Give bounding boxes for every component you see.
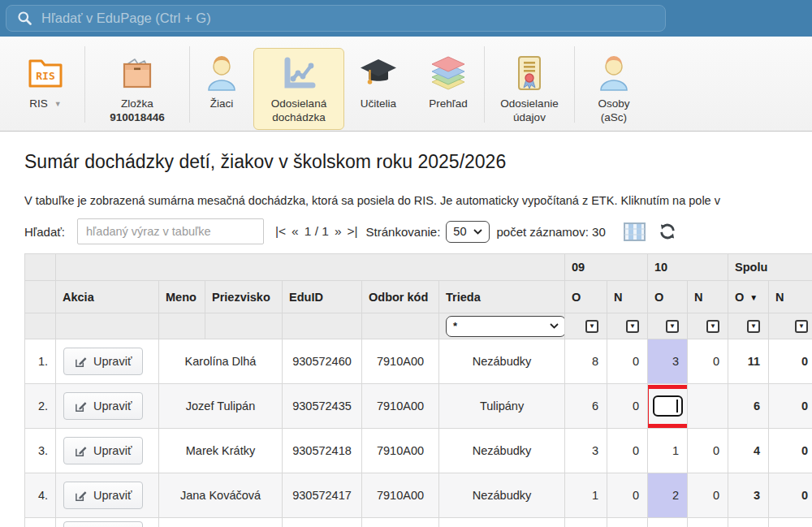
edit-button[interactable]: Upraviť — [63, 392, 143, 420]
toolbar-item-osoby-asc[interactable]: Osoby (aSc) — [575, 48, 653, 130]
attendance-cell-10-o[interactable]: 2 — [648, 473, 688, 518]
column-header-spolu-o[interactable]: O▼ — [728, 281, 769, 313]
toolbar-item-prehlad[interactable]: Prehľad — [412, 48, 484, 116]
header-corner — [25, 254, 56, 281]
column-header-eduid[interactable]: EduID — [283, 281, 362, 313]
toolbar-label-asc: (aSc) — [601, 110, 627, 124]
toolbar-item-odosielanie-udajov[interactable]: Odosielanie údajov — [485, 48, 574, 130]
total-cell-o[interactable]: 3 — [728, 473, 769, 518]
column-header-odbor[interactable]: Odbor kód — [362, 281, 439, 313]
toolbar-item-ziaci[interactable]: Žiaci — [190, 48, 253, 116]
class-filter-select[interactable]: * — [446, 316, 565, 337]
toolbar-label-udajov: údajov — [513, 110, 546, 124]
toolbar-item-ris[interactable]: RIS RIS▼ — [6, 48, 84, 117]
ris-folder-icon: RIS — [26, 54, 65, 93]
global-search-input[interactable] — [41, 11, 665, 26]
page-description: V tabuľke je zobrazená sumárna mesačná d… — [24, 194, 812, 207]
filter-button[interactable]: ▼ — [585, 320, 598, 333]
total-cell-o[interactable]: 6 — [728, 384, 769, 429]
total-cell-o[interactable]: 4 — [728, 429, 769, 473]
filter-spolu-o: ▼ — [728, 313, 769, 339]
sort-desc-icon: ▼ — [749, 293, 758, 302]
edit-button[interactable]: Upraviť — [63, 437, 143, 464]
cell-akcia: Upraviť — [56, 339, 159, 384]
chevron-down-icon[interactable]: ▼ — [54, 97, 62, 111]
toolbar-item-ucitelia[interactable]: Učitelia — [344, 48, 412, 116]
global-search-bar[interactable] — [6, 5, 666, 32]
total-cell-n[interactable]: 0 — [769, 473, 812, 518]
column-header-trieda[interactable]: Trieda — [439, 281, 565, 313]
refresh-icon[interactable] — [659, 222, 676, 240]
cell-odbor: 7910A00 — [362, 473, 439, 518]
attendance-cell-10-o-editing[interactable] — [648, 384, 688, 429]
attendance-cell-09-o[interactable]: 1 — [565, 473, 607, 518]
filter-button[interactable]: ▼ — [795, 320, 808, 333]
column-header-priezvisko[interactable]: Priezvisko — [205, 281, 283, 313]
cell-name: Jana Kováčová — [159, 473, 283, 518]
attendance-cell-10-n[interactable] — [688, 384, 728, 429]
cell-name: Marek Krátky — [159, 429, 283, 473]
edit-button[interactable]: Upraviť — [63, 521, 143, 527]
attendance-cell-10-n[interactable]: 0 — [688, 429, 728, 473]
cell-trieda — [439, 518, 565, 527]
certificate-icon — [510, 54, 549, 93]
attendance-cell-09-o — [565, 518, 607, 527]
attendance-cell-10-o — [648, 518, 688, 527]
pagination: |< « 1 / 1 » >| — [275, 224, 358, 239]
total-cell-n[interactable]: 0 — [769, 384, 812, 429]
toolbar-item-zlozka[interactable]: Zložka 910018446 — [85, 48, 189, 130]
search-icon — [17, 11, 32, 26]
cell-akcia: Upraviť — [56, 473, 159, 518]
top-bar — [0, 0, 812, 37]
filter-button[interactable]: ▼ — [747, 320, 760, 333]
filter-button[interactable]: ▼ — [626, 320, 639, 333]
toolbar-item-odosielana-dochadzka[interactable]: Odosielaná dochádzka — [253, 48, 344, 130]
filter-button[interactable]: ▼ — [706, 320, 719, 333]
attendance-cell-10-n[interactable]: 0 — [688, 339, 728, 384]
attendance-cell-09-o[interactable]: 8 — [565, 339, 607, 384]
svg-text:RIS: RIS — [36, 70, 55, 82]
column-header-akcia[interactable]: Akcia — [56, 281, 159, 313]
column-header-10-n[interactable]: N — [688, 281, 728, 313]
attendance-cell-09-o[interactable]: 3 — [565, 429, 607, 473]
attendance-input[interactable] — [653, 395, 683, 417]
pagination-next-button[interactable]: » — [335, 224, 342, 239]
toolbar-label-prehlad: Prehľad — [429, 97, 467, 110]
column-header-meno[interactable]: Meno — [159, 281, 205, 313]
pagination-prev-button[interactable]: « — [292, 224, 299, 239]
attendance-cell-09-n[interactable]: 0 — [607, 429, 648, 473]
archive-box-icon — [118, 54, 157, 93]
attendance-cell-09-n[interactable]: 0 — [607, 384, 648, 429]
cell-name: Karolína Dlhá — [159, 339, 283, 384]
attendance-cell-10-n[interactable]: 0 — [688, 473, 728, 518]
attendance-cell-09-n[interactable]: 0 — [607, 473, 648, 518]
attendance-cell-09-n[interactable]: 0 — [607, 339, 648, 384]
table-search-input[interactable] — [77, 218, 264, 244]
edit-button[interactable]: Upraviť — [63, 348, 143, 375]
pagination-first-button[interactable]: |< — [275, 224, 286, 239]
toolbar-label-zlozka: Zložka — [121, 97, 153, 110]
pagination-last-button[interactable]: >| — [348, 224, 358, 239]
filter-priezvisko — [205, 313, 283, 339]
edit-button-label: Upraviť — [93, 489, 132, 502]
attendance-cell-10-o[interactable]: 1 — [648, 429, 688, 473]
column-settings-icon[interactable] — [624, 222, 646, 241]
page-size-select[interactable]: 50 — [446, 221, 490, 243]
column-header-10-o[interactable]: O — [648, 281, 688, 313]
edit-button[interactable]: Upraviť — [63, 482, 143, 509]
paging-label: Stránkovanie: — [366, 225, 441, 239]
filter-10-o: ▼ — [648, 313, 688, 339]
attendance-cell-09-o[interactable]: 6 — [565, 384, 607, 429]
edit-icon — [75, 400, 87, 413]
attendance-cell-10-o[interactable]: 3 — [648, 339, 688, 384]
total-cell-n[interactable]: 0 — [769, 339, 812, 384]
total-cell-n[interactable]: 0 — [769, 429, 812, 473]
attendance-chart-icon — [279, 54, 318, 93]
total-cell-o[interactable]: 11 — [728, 339, 769, 384]
column-header-09-n[interactable]: N — [607, 281, 648, 313]
filter-10-n: ▼ — [688, 313, 728, 339]
column-header-spolu-n[interactable]: N — [769, 281, 812, 313]
edit-icon — [75, 356, 87, 368]
column-header-09-o[interactable]: O — [565, 281, 607, 313]
filter-button[interactable]: ▼ — [666, 320, 679, 333]
